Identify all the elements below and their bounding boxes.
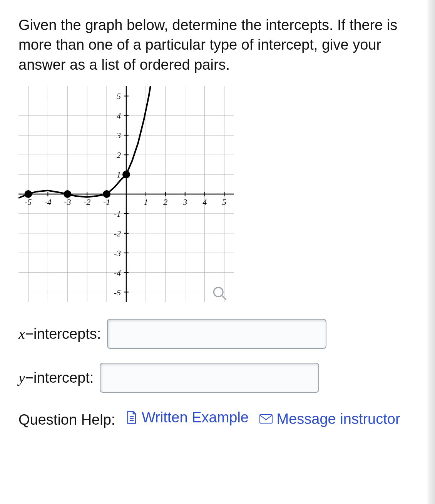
x-intercepts-input[interactable] [107, 319, 326, 349]
svg-text:3: 3 [116, 131, 121, 140]
question-text: Given the graph below, determine the int… [18, 15, 417, 75]
y-intercept-row: y−intercept: [18, 363, 417, 393]
x-intercepts-row: x−intercepts: [18, 319, 417, 349]
svg-text:4: 4 [117, 111, 121, 121]
svg-text:-3: -3 [64, 197, 71, 207]
y-intercept-input[interactable] [100, 363, 319, 393]
svg-text:-2: -2 [114, 229, 121, 238]
message-instructor-link[interactable]: Message instructor [259, 408, 400, 430]
graph: -5-4-3-2-112345-5-4-3-2-112345 [18, 86, 417, 303]
svg-text:5: 5 [117, 91, 121, 101]
svg-line-70 [222, 295, 226, 300]
svg-text:-1: -1 [103, 197, 110, 207]
svg-text:5: 5 [222, 197, 226, 207]
svg-text:4: 4 [202, 197, 207, 207]
svg-text:2: 2 [163, 197, 167, 207]
svg-text:-2: -2 [84, 197, 90, 207]
message-instructor-text: Message instructor [277, 408, 400, 430]
x-intercepts-label: x−intercepts: [18, 325, 101, 342]
svg-text:-4: -4 [114, 268, 121, 278]
svg-text:-5: -5 [114, 287, 121, 297]
envelope-icon [259, 414, 273, 424]
written-example-link[interactable]: Written Example [125, 407, 249, 429]
svg-text:-4: -4 [44, 197, 51, 207]
scrollbar-shadow [427, 0, 435, 446]
svg-point-67 [103, 190, 110, 198]
svg-text:-3: -3 [114, 248, 121, 258]
svg-point-68 [122, 171, 130, 178]
y-intercept-label: y−intercept: [18, 369, 94, 386]
svg-point-65 [24, 190, 32, 198]
svg-text:-5: -5 [25, 197, 32, 207]
svg-text:1: 1 [144, 197, 148, 207]
document-icon [125, 410, 138, 424]
question-help: Question Help: Written Example Message i… [18, 407, 417, 431]
svg-point-66 [64, 190, 71, 198]
svg-text:1: 1 [117, 170, 121, 179]
svg-text:3: 3 [182, 197, 187, 207]
svg-text:-1: -1 [114, 209, 121, 219]
svg-rect-74 [260, 415, 272, 423]
written-example-text: Written Example [142, 407, 249, 429]
svg-text:2: 2 [117, 150, 121, 160]
question-help-label: Question Help: [18, 411, 115, 427]
